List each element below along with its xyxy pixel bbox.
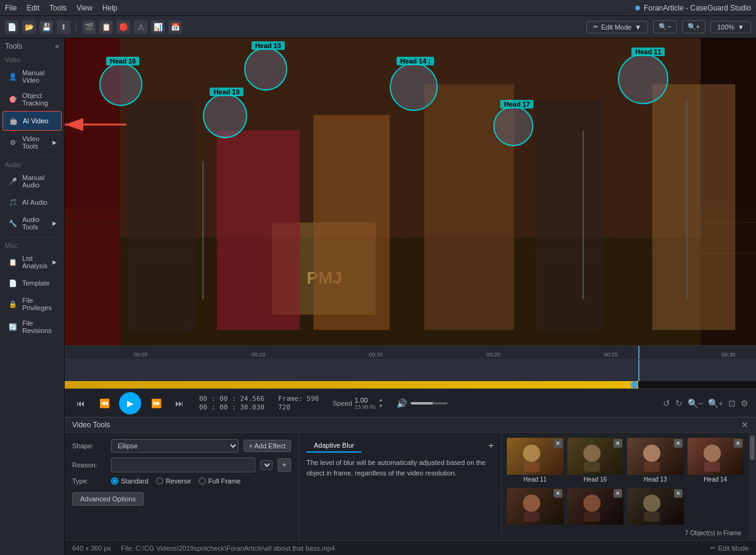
fit-timeline[interactable]: ⊡ <box>728 398 736 408</box>
sidebar-collapse-btn[interactable]: « <box>55 42 59 51</box>
volume-slider[interactable] <box>411 402 448 405</box>
speed-down-arrow[interactable]: ▼ <box>379 403 384 409</box>
thumbnail-scrollbar[interactable] <box>749 433 756 540</box>
toolbar-btn2[interactable]: 📋 <box>99 20 113 34</box>
redo-button[interactable]: ↻ <box>675 398 683 408</box>
svg-point-24 <box>643 445 660 462</box>
playback-controls: ⏮ ⏪ ▶ ⏩ ⏭ 00 : 00 : 24.566 00 : 00 : 30.… <box>65 388 756 417</box>
thumb-head13-close[interactable]: ✕ <box>674 439 683 448</box>
reason-add-button[interactable]: + <box>277 458 291 472</box>
zoom-in-timeline[interactable]: 🔍+ <box>708 398 723 408</box>
sidebar-item-file-privileges[interactable]: 🔒 File Privileges <box>2 293 62 315</box>
svg-rect-23 <box>584 462 600 472</box>
next-frame-button[interactable]: ⏩ <box>147 395 165 412</box>
play-button[interactable]: ▶ <box>119 392 141 414</box>
ruler-playhead <box>638 346 639 359</box>
menubar: File Edit Tools View Help ForanArticle -… <box>0 0 756 16</box>
sidebar-item-manual-video[interactable]: 👤 Manual Video <box>2 65 62 88</box>
menu-tools[interactable]: Tools <box>49 4 67 12</box>
thumb-row2-3: ✕ <box>627 488 684 527</box>
svg-rect-25 <box>644 462 660 472</box>
menu-file[interactable]: File <box>5 4 17 12</box>
sidebar-item-video-tools[interactable]: ⚙ Video Tools ▶ <box>2 131 62 154</box>
detection-head14-circle <box>390 63 438 111</box>
reason-dropdown[interactable]: ▼ <box>260 460 273 470</box>
toolbar-btn1[interactable]: 🎬 <box>82 20 96 34</box>
type-reverse-radio[interactable] <box>156 477 163 485</box>
type-standard-radio[interactable] <box>111 477 118 485</box>
list-analysis-icon: 📋 <box>7 257 18 268</box>
scroll-thumb[interactable] <box>750 435 755 460</box>
sidebar-item-file-revisions[interactable]: 🔄 File Revisions <box>2 316 62 338</box>
type-reverse[interactable]: Reverse <box>156 477 191 485</box>
objects-count: 7 Object(s) in Frame <box>507 530 744 536</box>
video-background: PMJ Head 16 <box>65 38 756 345</box>
svg-rect-14 <box>652 84 736 330</box>
sidebar: Tools « Video 👤 Manual Video 🎯 Object Tr… <box>0 38 65 555</box>
tab-add-button[interactable]: + <box>488 440 494 451</box>
speed-up-arrow[interactable]: ▲ <box>379 397 384 403</box>
toolbar-export[interactable]: ⬆ <box>57 20 70 34</box>
thumb-head11-close[interactable]: ✕ <box>554 439 562 448</box>
audio-tools-arrow: ▶ <box>52 220 57 226</box>
zoom-in-button[interactable]: 🔍+ <box>682 20 705 33</box>
edit-mode-button[interactable]: ✏ Edit Mode ▼ <box>586 21 648 33</box>
timeline-ruler[interactable]: 00:05 00:10 00:15 00:20 00:25 00:30 <box>65 346 756 360</box>
settings-timeline[interactable]: ⚙ <box>741 398 749 408</box>
toolbar-btn4[interactable]: ⚠ <box>134 20 147 34</box>
svg-rect-13 <box>535 100 604 330</box>
menu-edit[interactable]: Edit <box>27 4 39 12</box>
sidebar-item-ai-audio[interactable]: 🎵 AI Audio <box>2 193 62 212</box>
sidebar-item-template[interactable]: 📄 Template <box>2 274 62 292</box>
zoom-percent[interactable]: 100% ▼ <box>710 21 751 33</box>
type-fullframe[interactable]: Full Frame <box>199 477 241 485</box>
sidebar-item-ai-video[interactable]: 🤖 AI Video <box>2 111 62 131</box>
toolbar-btn6[interactable]: 📅 <box>168 20 182 34</box>
tick-0020: 00:20 <box>487 350 501 358</box>
red-arrow <box>65 112 133 139</box>
sidebar-item-list-analysis[interactable]: 📋 List Analysis ▶ <box>2 251 62 273</box>
toolbar-right: ✏ Edit Mode ▼ 🔍− 🔍+ 100% ▼ <box>586 20 751 33</box>
tab-adaptive-blur[interactable]: Adaptive Blur <box>306 439 361 453</box>
toolbar-open[interactable]: 📂 <box>22 20 36 34</box>
progress-bar-container[interactable] <box>65 381 756 388</box>
speed-control: Speed 1.00 23.98 f/s ▲ ▼ <box>332 397 383 410</box>
toolbar-save[interactable]: 💾 <box>39 20 53 34</box>
undo-button[interactable]: ↺ <box>663 398 670 408</box>
zoom-out-button[interactable]: 🔍− <box>653 20 676 33</box>
sidebar-item-audio-tools[interactable]: 🔧 Audio Tools ▶ <box>2 212 62 234</box>
thumb-row2-1-label <box>507 525 564 527</box>
list-analysis-arrow: ▶ <box>52 259 57 265</box>
sidebar-item-object-tracking[interactable]: 🎯 Object Tracking <box>2 88 62 110</box>
type-standard[interactable]: Standard <box>111 477 149 485</box>
progress-bar-fill <box>65 381 638 388</box>
volume-control: 🔊 <box>396 398 448 408</box>
thumb-head14-close[interactable]: ✕ <box>734 439 742 448</box>
shape-select[interactable]: Ellipse Rectangle <box>111 439 239 453</box>
menu-view[interactable]: View <box>76 4 92 12</box>
toolbar-new[interactable]: 📄 <box>5 20 18 34</box>
waveform-area[interactable] <box>65 360 756 381</box>
status-edit-mode: ✏ Edit Mode <box>710 545 749 552</box>
thumb-head16-close[interactable]: ✕ <box>614 439 622 448</box>
prev-frame-button[interactable]: ⏪ <box>96 395 113 412</box>
toolbar-sep-1 <box>76 21 76 33</box>
sidebar-item-manual-audio[interactable]: 🎤 Manual Audio <box>2 170 62 192</box>
toolbar-btn5[interactable]: 📊 <box>151 20 165 34</box>
menu-help[interactable]: Help <box>102 4 118 12</box>
skip-to-end-button[interactable]: ⏭ <box>171 395 188 412</box>
bottom-panel-close[interactable]: ✕ <box>741 420 749 430</box>
toolbar-btn3[interactable]: 🔴 <box>117 20 130 34</box>
detection-head11-circle <box>618 54 668 104</box>
add-effect-button[interactable]: + Add Effect <box>244 440 291 452</box>
thumb-row2-3-close[interactable]: ✕ <box>674 489 683 498</box>
advanced-options-button[interactable]: Advanced Options <box>72 492 144 506</box>
type-fullframe-radio[interactable] <box>199 477 206 485</box>
thumb-row2-1-close[interactable]: ✕ <box>554 489 562 498</box>
detection-head13-label: Head 13 <box>252 41 285 50</box>
reason-input[interactable] <box>111 458 255 472</box>
zoom-out-timeline[interactable]: 🔍− <box>688 398 703 408</box>
skip-to-start-button[interactable]: ⏮ <box>72 395 89 412</box>
video-area[interactable]: PMJ Head 16 <box>65 38 756 345</box>
thumb-row2-2-close[interactable]: ✕ <box>614 489 622 498</box>
